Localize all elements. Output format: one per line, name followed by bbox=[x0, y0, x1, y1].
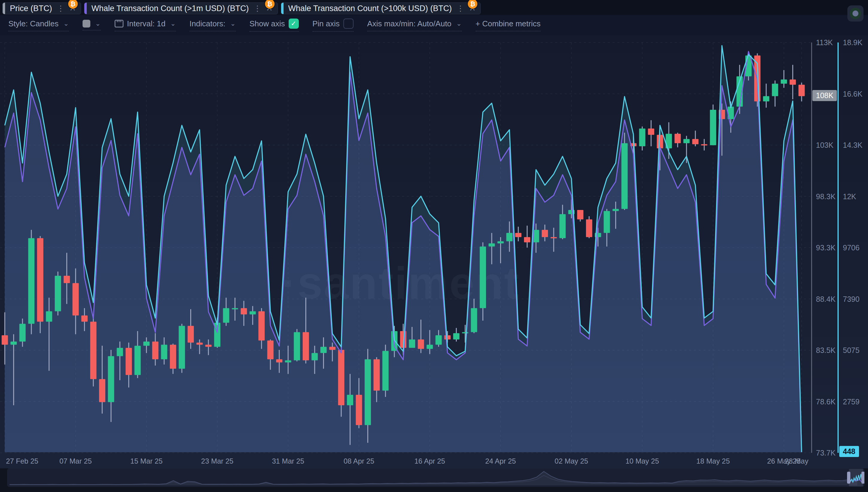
pin-axis-label: Pin axis bbox=[313, 19, 340, 28]
date-tick-label: 10 May 25 bbox=[625, 457, 659, 465]
candle-body bbox=[223, 308, 229, 323]
tab-accent-bar bbox=[3, 3, 5, 14]
tab-accent-bar bbox=[281, 3, 283, 14]
tab-label: Price (BTC) bbox=[10, 4, 52, 13]
date-tick-label: 31 Mar 25 bbox=[272, 457, 304, 465]
santiment-chart-app: Price (BTC) ⋮ ✕ ₿ Whale Transaction Coun… bbox=[0, 0, 868, 492]
axis-tick-label: 113K bbox=[816, 38, 833, 47]
combine-metrics-label: + Combine metrics bbox=[476, 19, 541, 28]
candle-body bbox=[453, 333, 460, 340]
candle-body bbox=[232, 308, 238, 309]
candle-body bbox=[249, 311, 256, 314]
candle-body bbox=[790, 79, 796, 84]
combine-metrics-button[interactable]: + Combine metrics bbox=[476, 19, 541, 31]
candle-body bbox=[701, 144, 708, 145]
bitcoin-icon: ₿ bbox=[265, 0, 275, 9]
candle-body bbox=[2, 335, 8, 345]
candle-body bbox=[285, 361, 291, 363]
kebab-menu-icon[interactable]: ⋮ bbox=[456, 4, 464, 12]
candle-body bbox=[781, 79, 787, 84]
axis-tick-label: 88.4K bbox=[816, 294, 836, 304]
date-tick-label: 18 May 25 bbox=[696, 457, 730, 465]
candle-body bbox=[648, 129, 654, 135]
axis-maxmin-dropdown[interactable]: Axis max/min: Auto/Auto ⌄ bbox=[367, 19, 462, 31]
date-tick-label: 28 May 25 bbox=[785, 457, 811, 465]
candle-body bbox=[471, 308, 477, 332]
candle-body bbox=[37, 238, 43, 321]
candle-body bbox=[480, 246, 486, 308]
kebab-menu-icon[interactable]: ⋮ bbox=[254, 4, 262, 12]
candle-body bbox=[772, 84, 778, 96]
candle-body bbox=[46, 311, 52, 322]
show-axis-toggle[interactable]: Show axis ✓ bbox=[249, 19, 299, 32]
candle-body bbox=[506, 233, 513, 241]
candle-body bbox=[515, 233, 521, 237]
candle-body bbox=[374, 359, 380, 391]
candle-body bbox=[684, 139, 690, 143]
status-record-button[interactable] bbox=[847, 5, 864, 22]
interval-ruler-icon bbox=[115, 20, 124, 27]
candle-body bbox=[497, 241, 504, 243]
candle-body bbox=[382, 351, 389, 391]
candle-body bbox=[489, 243, 495, 246]
axis-tick-label: 93.3K bbox=[816, 243, 836, 252]
timeline-minimap[interactable] bbox=[7, 468, 864, 487]
metric-tab-bar: Price (BTC) ⋮ ✕ ₿ Whale Transaction Coun… bbox=[0, 0, 868, 15]
candle-body bbox=[179, 326, 185, 369]
candle-body bbox=[241, 308, 247, 314]
candle-body bbox=[64, 276, 70, 283]
candle-body bbox=[462, 332, 468, 334]
style-label: Style: Candles bbox=[8, 19, 59, 28]
axis-tick-label: 7390 bbox=[843, 294, 860, 304]
axis-tick-label: 98.3K bbox=[816, 192, 836, 201]
candle-body bbox=[426, 345, 433, 349]
candle-body bbox=[622, 143, 628, 209]
candle-body bbox=[657, 135, 663, 148]
style-dropdown[interactable]: Style: Candles ⌄ bbox=[8, 19, 69, 31]
candle-body bbox=[143, 342, 150, 346]
candle-body bbox=[90, 322, 97, 379]
candle-body bbox=[692, 139, 698, 144]
tab-label: Whale Transaction Count (>100k USD) (BTC… bbox=[288, 4, 452, 13]
axis-tick-label: 18.9K bbox=[843, 38, 862, 47]
tab-whale-100k[interactable]: Whale Transaction Count (>100k USD) (BTC… bbox=[281, 2, 481, 14]
candle-body bbox=[117, 348, 123, 356]
brush-handle-left[interactable] bbox=[847, 472, 850, 484]
candle-body bbox=[710, 110, 716, 145]
candle-body bbox=[320, 347, 327, 353]
axis-tick-label: 5075 bbox=[843, 345, 860, 355]
candle-body bbox=[81, 316, 88, 322]
pin-axis-toggle[interactable]: Pin axis bbox=[313, 19, 353, 32]
show-axis-checkbox[interactable]: ✓ bbox=[289, 19, 299, 29]
indicators-label: Indicators: bbox=[190, 19, 225, 28]
candle-body bbox=[577, 210, 584, 219]
candle-body bbox=[134, 346, 141, 375]
kebab-menu-icon[interactable]: ⋮ bbox=[57, 4, 65, 12]
brush-handle-right[interactable] bbox=[862, 472, 864, 484]
color-swatch-dropdown[interactable]: ⌄ bbox=[82, 20, 100, 30]
candle-body bbox=[170, 345, 176, 368]
indicators-dropdown[interactable]: Indicators: ⌄ bbox=[190, 19, 236, 31]
chevron-down-icon: ⌄ bbox=[64, 20, 69, 27]
date-tick-label: 27 Feb 25 bbox=[6, 457, 38, 465]
record-ring-icon bbox=[850, 8, 861, 19]
tab-accent-bar bbox=[84, 3, 87, 14]
chart-toolbar: Style: Candles ⌄ ⌄ Interval: 1d ⌄ Indica… bbox=[0, 15, 868, 35]
pin-axis-checkbox[interactable] bbox=[343, 19, 353, 29]
chevron-down-icon: ⌄ bbox=[456, 20, 462, 27]
axis-tick-label: 83.5K bbox=[816, 345, 836, 355]
axis-tick-label: 16.6K bbox=[843, 89, 862, 99]
show-axis-label: Show axis bbox=[249, 19, 285, 28]
interval-dropdown[interactable]: Interval: 1d ⌄ bbox=[115, 19, 176, 31]
candle-body bbox=[205, 345, 212, 347]
candle-body bbox=[294, 332, 300, 361]
tab-whale-1m[interactable]: Whale Transaction Count (>1m USD) (BTC) … bbox=[84, 2, 278, 14]
main-chart-canvas[interactable]: ·santiment27 Feb 2507 Mar 2515 Mar 2523 … bbox=[0, 35, 811, 468]
candle-body bbox=[639, 129, 645, 146]
candle-body bbox=[586, 219, 592, 237]
candle-body bbox=[276, 359, 282, 362]
candle-body bbox=[20, 324, 26, 342]
candle-body bbox=[674, 134, 681, 143]
chart-region: ·santiment27 Feb 2507 Mar 2515 Mar 2523 … bbox=[0, 35, 868, 468]
tab-price-btc[interactable]: Price (BTC) ⋮ ✕ ₿ bbox=[2, 2, 81, 14]
